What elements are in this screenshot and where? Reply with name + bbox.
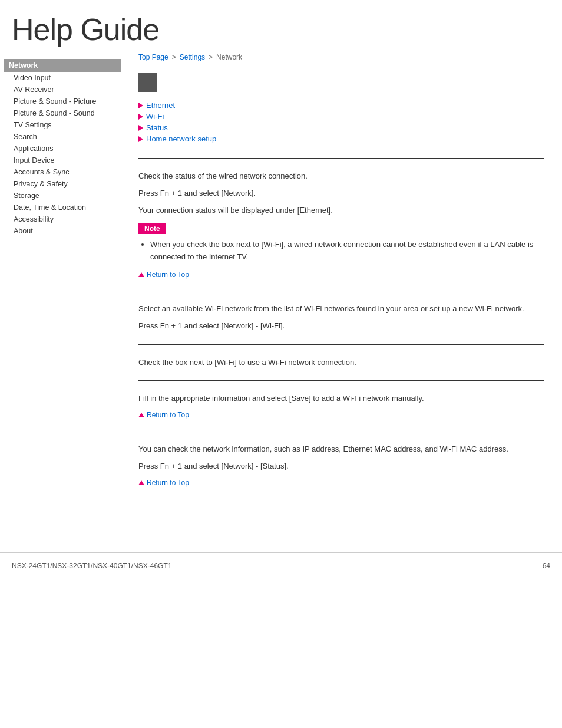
footer: NSX-24GT1/NSX-32GT1/NSX-40GT1/NSX-46GT1 … (0, 552, 562, 579)
note-list: When you check the box next to [Wi-Fi], … (138, 239, 544, 263)
arrow-icon (138, 114, 143, 120)
main-content: Top Page > Settings > Network Ethernet W… (127, 53, 562, 511)
breadcrumb: Top Page > Settings > Network (138, 53, 544, 61)
return-top-wifi[interactable]: Return to Top (138, 411, 544, 419)
note-item-1: When you check the box next to [Wi-Fi], … (150, 239, 544, 263)
arrow-icon (138, 125, 143, 131)
footer-model: NSX-24GT1/NSX-32GT1/NSX-40GT1/NSX-46GT1 (12, 562, 171, 570)
ethernet-text-1: Check the status of the wired network co… (138, 170, 544, 183)
return-arrow-icon (138, 480, 144, 485)
wifi-subsection-2: Fill in the appropriate information and … (138, 393, 544, 419)
sidebar-item-5[interactable]: TV Settings (9, 119, 121, 131)
ethernet-text-2: Press Fn + 1 and select [Network]. (138, 187, 544, 200)
sidebar-item-9[interactable]: Accounts & Sync (9, 166, 121, 178)
sidebar-item-6[interactable]: Search (9, 131, 121, 143)
note-label: Note (138, 223, 166, 234)
sidebar: NetworkVideo InputAV ReceiverPicture & S… (0, 59, 127, 511)
status-text-1: You can check the network information, s… (138, 443, 544, 456)
sidebar-item-7[interactable]: Applications (9, 143, 121, 154)
divider-6 (138, 499, 544, 499)
wifi-text-1: Select an available Wi-Fi network from t… (138, 303, 544, 315)
arrow-icon (138, 136, 143, 142)
sidebar-item-0[interactable]: Network (4, 59, 121, 72)
return-top-status[interactable]: Return to Top (138, 479, 544, 487)
sidebar-item-14[interactable]: About (9, 225, 121, 237)
sidebar-item-1[interactable]: Video Input (9, 72, 121, 84)
note-box: Note When you check the box next to [Wi-… (138, 223, 544, 263)
page-header: Help Guide (0, 0, 562, 53)
sidebar-item-12[interactable]: Date, Time & Location (9, 202, 121, 213)
divider-3 (138, 344, 544, 345)
topic-link-wifi[interactable]: Wi-Fi (138, 112, 544, 121)
breadcrumb-top-page[interactable]: Top Page (138, 53, 168, 61)
divider-2 (138, 291, 544, 291)
sidebar-item-4[interactable]: Picture & Sound - Sound (9, 107, 121, 119)
divider-1 (138, 158, 544, 159)
ethernet-text-3: Your connection status will be displayed… (138, 205, 544, 217)
ethernet-section: Check the status of the wired network co… (138, 170, 544, 279)
wifi-text-2: Press Fn + 1 and select [Network] - [Wi-… (138, 320, 544, 332)
sidebar-item-2[interactable]: AV Receiver (9, 84, 121, 95)
topic-link-status[interactable]: Status (138, 123, 544, 132)
sidebar-item-3[interactable]: Picture & Sound - Picture (9, 95, 121, 107)
page-icon (138, 73, 157, 92)
divider-5 (138, 431, 544, 431)
wifi-subsection-1: Check the box next to [Wi-Fi] to use a W… (138, 357, 544, 369)
page-title: Help Guide (12, 12, 550, 47)
arrow-icon (138, 103, 143, 108)
wifi-sub1-text: Check the box next to [Wi-Fi] to use a W… (138, 357, 544, 369)
breadcrumb-settings[interactable]: Settings (180, 53, 205, 61)
status-text-2: Press Fn + 1 and select [Network] - [Sta… (138, 460, 544, 473)
return-arrow-icon (138, 413, 144, 417)
sidebar-item-11[interactable]: Storage (9, 190, 121, 202)
breadcrumb-current: Network (216, 53, 242, 61)
wifi-sub2-text: Fill in the appropriate information and … (138, 393, 544, 405)
return-arrow-icon (138, 272, 144, 277)
topic-links: Ethernet Wi-Fi Status Home network setup (138, 101, 544, 143)
divider-4 (138, 380, 544, 381)
status-section: You can check the network information, s… (138, 443, 544, 487)
footer-page: 64 (543, 562, 550, 570)
sidebar-item-13[interactable]: Accessibility (9, 213, 121, 225)
main-layout: NetworkVideo InputAV ReceiverPicture & S… (0, 53, 562, 535)
wifi-section: Select an available Wi-Fi network from t… (138, 303, 544, 332)
return-top-ethernet[interactable]: Return to Top (138, 271, 544, 279)
sidebar-item-10[interactable]: Privacy & Safety (9, 178, 121, 190)
topic-link-ethernet[interactable]: Ethernet (138, 101, 544, 110)
sidebar-item-8[interactable]: Input Device (9, 154, 121, 166)
topic-link-home-network[interactable]: Home network setup (138, 134, 544, 143)
